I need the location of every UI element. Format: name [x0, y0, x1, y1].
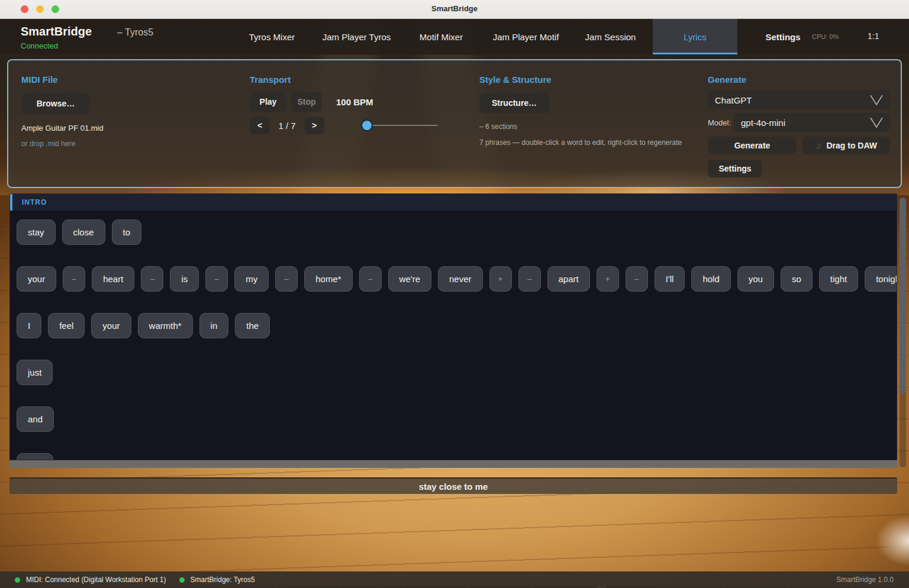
lyric-chip[interactable]: you — [737, 266, 774, 292]
lyric-chip[interactable]: so — [781, 266, 813, 292]
lyric-row: and — [17, 406, 54, 432]
lyric-chip[interactable]: + — [597, 266, 619, 292]
bridge-status-dot-icon — [179, 577, 185, 583]
tempo-slider[interactable] — [361, 119, 438, 131]
lyric-chip[interactable]: – — [63, 266, 85, 292]
lyric-chip[interactable]: hold — [691, 266, 730, 292]
lyric-chip[interactable]: – — [275, 266, 298, 292]
lyric-chip[interactable]: – — [518, 266, 541, 292]
horizontal-scrollbar[interactable] — [9, 460, 897, 468]
drag-to-daw-button[interactable]: ♫ Drag to DAW — [802, 137, 890, 154]
device-name: – Tyros5 — [117, 27, 153, 38]
midi-drop-hint[interactable]: or drop .mid here — [21, 140, 104, 148]
current-phrase-text: stay close to me — [419, 482, 488, 492]
drag-to-daw-label: Drag to DAW — [826, 141, 877, 150]
section-label: INTRO — [22, 198, 47, 206]
midi-file-name: Ample Guitar PF 01.mid — [21, 124, 104, 133]
lyric-chip[interactable]: your — [17, 266, 56, 292]
ratio-indicator: 1:1 — [868, 31, 879, 41]
lyric-chip[interactable]: I — [17, 313, 41, 338]
structure-button[interactable]: Structure… — [479, 93, 549, 113]
style-structure-title: Style & Structure — [479, 75, 710, 85]
generate-title: Generate — [708, 75, 892, 85]
style-structure-section: Style & Structure Structure… – 6 section… — [479, 75, 710, 147]
lyric-row — [17, 453, 53, 460]
lyric-chip[interactable]: close — [62, 219, 105, 245]
tab-jam-session[interactable]: Jam Session — [568, 19, 653, 54]
model-label: Model: — [708, 118, 734, 127]
lyric-chip[interactable]: – — [359, 266, 382, 292]
lyric-chip[interactable]: we're — [388, 266, 431, 292]
lyric-chip[interactable]: stay — [17, 219, 56, 245]
sections-count: – 6 sections — [479, 122, 710, 131]
lyrics-panel: INTRO staycloseto your–heart–is–my–home*… — [9, 193, 897, 460]
transport-section: Transport Play Stop 100 BPM < 1 / 7 > — [250, 75, 463, 134]
browse-button[interactable]: Browse… — [21, 93, 90, 114]
lyric-chip[interactable]: in — [199, 313, 229, 338]
app-header: SmartBridge – Tyros5 Connected Tyros Mix… — [0, 19, 909, 54]
control-panel: MIDI File Browse… Ample Guitar PF 01.mid… — [7, 59, 902, 188]
lyric-chip[interactable] — [17, 453, 53, 460]
lyric-row: your–heart–is–my–home*–we'renever+–apart… — [17, 266, 897, 292]
lyric-row: Ifeelyourwarmth*inthe — [17, 313, 270, 338]
tab-jam-player-motif[interactable]: Jam Player Motif — [483, 19, 568, 54]
generate-section: Generate ChatGPT Model: gpt-4o-mini Gene… — [708, 75, 892, 177]
play-button[interactable]: Play — [250, 92, 286, 112]
midi-status-dot-icon — [15, 577, 20, 583]
app-version: SmartBridge 1.0.0 — [836, 576, 894, 584]
status-bar: MIDI: Connected (Digital Workstation Por… — [0, 571, 909, 588]
lyric-chip[interactable]: + — [489, 266, 512, 292]
lyric-row: just — [17, 360, 53, 385]
app-name: SmartBridge — [21, 25, 92, 38]
lyric-chip[interactable]: tight — [819, 266, 858, 292]
lyric-chip[interactable]: – — [205, 266, 228, 292]
lyric-chip[interactable]: home* — [304, 266, 352, 292]
lyric-chip[interactable]: tonight — [865, 266, 897, 292]
provider-value: ChatGPT — [715, 95, 752, 105]
lyric-chip[interactable]: my — [234, 266, 269, 292]
provider-select[interactable]: ChatGPT — [708, 91, 890, 109]
chevron-down-icon — [869, 115, 884, 131]
model-select[interactable]: gpt-4o-mini — [734, 113, 890, 132]
slider-thumb[interactable] — [361, 119, 373, 131]
stop-button[interactable]: Stop — [291, 92, 322, 112]
bpm-display: 100 BPM — [336, 97, 373, 107]
lyric-chip[interactable]: heart — [92, 266, 134, 292]
lyric-chip[interactable]: is — [170, 266, 199, 292]
lyric-row: staycloseto — [17, 219, 141, 245]
lyric-chip[interactable]: feel — [48, 313, 85, 338]
lyric-chip[interactable]: your — [91, 313, 131, 338]
tab-lyrics[interactable]: Lyrics — [653, 19, 737, 54]
midi-status-text: MIDI: Connected (Digital Workstation Por… — [26, 576, 166, 584]
lyric-chip[interactable]: warmth* — [138, 313, 193, 338]
lyric-chip[interactable]: apart — [547, 266, 590, 292]
generate-settings-button[interactable]: Settings — [708, 160, 762, 177]
prev-phrase-button[interactable]: < — [250, 117, 270, 134]
phrases-hint: 7 phrases — double-click a word to edit,… — [479, 138, 710, 147]
lyric-chip[interactable]: just — [17, 360, 53, 385]
next-phrase-button[interactable]: > — [304, 117, 324, 134]
bridge-status-text: SmartBridge: Tyros5 — [191, 576, 255, 584]
current-phrase-bar: stay close to me — [9, 477, 897, 494]
window-title: SmartBridge — [0, 4, 909, 13]
header-settings-button[interactable]: Settings — [762, 19, 804, 54]
connection-status: Connected — [21, 41, 58, 50]
tab-jam-player-tyros[interactable]: Jam Player Tyros — [314, 19, 399, 54]
lyric-chip[interactable]: to — [112, 219, 142, 245]
chevron-down-icon — [869, 93, 884, 109]
phrase-position: 1 / 7 — [270, 121, 304, 131]
transport-title: Transport — [250, 75, 463, 85]
tab-tyros-mixer[interactable]: Tyros Mixer — [230, 19, 314, 54]
vertical-scrollbar[interactable] — [900, 196, 906, 467]
lyric-chip[interactable]: I'll — [655, 266, 685, 292]
vertical-scrollbar-thumb[interactable] — [900, 198, 906, 394]
lyric-chip[interactable]: never — [438, 266, 483, 292]
section-header: INTRO — [10, 194, 897, 211]
midi-file-section: MIDI File Browse… Ample Guitar PF 01.mid… — [21, 75, 104, 148]
lyric-chip[interactable]: – — [141, 266, 163, 292]
lyric-chip[interactable]: – — [626, 266, 648, 292]
tab-motif-mixer[interactable]: Motif Mixer — [399, 19, 483, 54]
generate-button[interactable]: Generate — [708, 137, 797, 154]
lyric-chip[interactable]: and — [17, 406, 54, 432]
lyric-chip[interactable]: the — [235, 313, 270, 338]
